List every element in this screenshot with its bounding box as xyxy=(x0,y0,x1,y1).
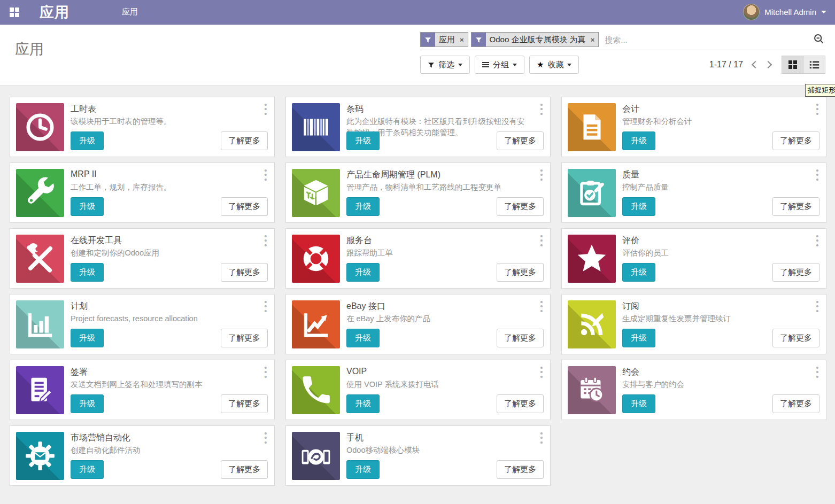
filter-button[interactable]: 筛选 xyxy=(420,56,470,74)
kebab-menu-icon[interactable]: ••• xyxy=(262,168,269,182)
learn-more-button[interactable]: 了解更多 xyxy=(221,263,268,282)
app-title: 产品生命周期管理 (PLM) xyxy=(346,169,464,181)
upgrade-button[interactable]: 升级 xyxy=(71,329,104,347)
app-card: 在线开发工具 创建和定制你的Odoo应用 ••• 升级 了解更多 xyxy=(10,228,275,289)
user-avatar xyxy=(743,4,760,20)
app-card: 会计 管理财务和分析会计 ••• 升级 了解更多 xyxy=(561,97,826,157)
upgrade-button[interactable]: 升级 xyxy=(71,131,104,150)
kebab-menu-icon[interactable]: ••• xyxy=(814,300,821,313)
upgrade-button[interactable]: 升级 xyxy=(346,329,380,347)
upgrade-button[interactable]: 升级 xyxy=(71,460,104,479)
upgrade-button[interactable]: 升级 xyxy=(622,329,655,347)
gear-mail-icon xyxy=(16,432,64,480)
learn-more-button[interactable]: 了解更多 xyxy=(221,460,268,479)
app-title: 会计 xyxy=(622,104,663,115)
menu-item-apps[interactable]: 应用 xyxy=(122,7,138,17)
sign-document-icon xyxy=(16,366,64,414)
app-description: 创建和定制你的Odoo应用 xyxy=(71,247,253,259)
page-title: 应用 xyxy=(15,40,44,79)
kebab-menu-icon[interactable]: ••• xyxy=(538,431,545,445)
kebab-menu-icon[interactable]: ••• xyxy=(262,431,269,445)
upgrade-button[interactable]: 升级 xyxy=(346,394,380,413)
learn-more-button[interactable]: 了解更多 xyxy=(497,263,544,282)
app-description: 在 eBay 上发布你的产品 xyxy=(346,313,529,324)
kebab-menu-icon[interactable]: ••• xyxy=(262,366,269,379)
learn-more-button[interactable]: 了解更多 xyxy=(772,394,819,413)
kebab-menu-icon[interactable]: ••• xyxy=(814,168,821,182)
pager-range: 1-17 / 17 xyxy=(709,60,743,69)
funnel-icon xyxy=(421,33,435,46)
learn-more-button[interactable]: 了解更多 xyxy=(221,131,268,150)
kebab-menu-icon[interactable]: ••• xyxy=(538,103,545,116)
user-menu[interactable]: Mitchell Admin xyxy=(743,4,826,20)
upgrade-button[interactable]: 升级 xyxy=(71,197,104,216)
app-card: eBay 接口 在 eBay 上发布你的产品 ••• 升级 了解更多 xyxy=(285,294,551,354)
kebab-menu-icon[interactable]: ••• xyxy=(814,234,821,247)
kebab-menu-icon[interactable]: ••• xyxy=(814,103,821,116)
pager-next-button[interactable] xyxy=(764,61,772,68)
app-description: 控制产品质量 xyxy=(622,182,805,193)
pager-prev-button[interactable] xyxy=(752,61,759,68)
app-title: 服务台 xyxy=(346,235,396,246)
app-description: 评估你的员工 xyxy=(622,247,805,259)
star-icon xyxy=(568,235,616,283)
app-card: 服务台 跟踪帮助工单 ••• 升级 了解更多 xyxy=(285,228,551,289)
upgrade-button[interactable]: 升级 xyxy=(622,394,655,413)
facet-label: 应用 xyxy=(435,33,459,46)
facet-label: Odoo 企业版专属模块 为真 xyxy=(486,33,590,46)
learn-more-button[interactable]: 了解更多 xyxy=(772,131,819,150)
kebab-menu-icon[interactable]: ••• xyxy=(538,300,545,313)
learn-more-button[interactable]: 了解更多 xyxy=(772,263,819,282)
upgrade-button[interactable]: 升级 xyxy=(346,460,380,479)
kebab-menu-icon[interactable]: ••• xyxy=(538,234,545,247)
learn-more-button[interactable]: 了解更多 xyxy=(221,394,268,413)
app-description: 使用 VOIP 系统来拨打电话 xyxy=(346,379,529,390)
search-input[interactable] xyxy=(601,33,812,46)
learn-more-button[interactable]: 了解更多 xyxy=(772,329,819,347)
app-card: 评价 评估你的员工 ••• 升级 了解更多 xyxy=(561,228,826,289)
kebab-menu-icon[interactable]: ••• xyxy=(262,234,269,247)
app-card: 市场营销自动化 创建自动化邮件活动 ••• 升级 了解更多 xyxy=(10,425,275,486)
upgrade-button[interactable]: 升级 xyxy=(622,197,655,216)
kanban-view-button[interactable] xyxy=(782,56,803,74)
facet-remove-icon[interactable]: × xyxy=(590,33,599,46)
app-title: VOIP xyxy=(346,367,390,376)
upgrade-button[interactable]: 升级 xyxy=(346,197,380,216)
app-description: 安排与客户的约会 xyxy=(622,379,805,390)
kebab-menu-icon[interactable]: ••• xyxy=(538,366,545,379)
learn-more-button[interactable]: 了解更多 xyxy=(497,329,544,347)
kebab-menu-icon[interactable]: ••• xyxy=(262,300,269,313)
app-card-grid: 工时表 该模块用于工时表的管理等。 ••• 升级 了解更多 条码 此为企业版特有… xyxy=(0,86,835,486)
group-by-button[interactable]: 分组 xyxy=(475,56,524,74)
app-card: 签署 发送文档到网上签名和处理填写的副本 ••• 升级 了解更多 xyxy=(10,360,275,420)
learn-more-button[interactable]: 了解更多 xyxy=(497,197,544,216)
upgrade-button[interactable]: 升级 xyxy=(622,131,655,150)
learn-more-button[interactable]: 了解更多 xyxy=(221,197,268,216)
app-description: Odoo移动端核心模块 xyxy=(346,445,529,456)
learn-more-button[interactable]: 了解更多 xyxy=(221,329,268,347)
app-card: MRP II 工作工单，规划，库存报告。 ••• 升级 了解更多 xyxy=(10,162,275,223)
clock-icon xyxy=(16,103,64,151)
upgrade-button[interactable]: 升级 xyxy=(71,263,104,282)
app-title: eBay 接口 xyxy=(346,301,409,312)
upgrade-button[interactable]: 升级 xyxy=(622,263,655,282)
kebab-menu-icon[interactable]: ••• xyxy=(538,168,545,182)
favorites-button[interactable]: ★ 收藏 xyxy=(529,56,579,74)
upgrade-button[interactable]: 升级 xyxy=(71,394,104,413)
learn-more-button[interactable]: 了解更多 xyxy=(497,131,544,150)
app-title: 质量 xyxy=(622,169,663,181)
facet-remove-icon[interactable]: × xyxy=(459,33,468,46)
upgrade-button[interactable]: 升级 xyxy=(346,263,380,282)
learn-more-button[interactable]: 了解更多 xyxy=(497,394,544,413)
kebab-menu-icon[interactable]: ••• xyxy=(814,366,821,379)
learn-more-button[interactable]: 了解更多 xyxy=(497,460,544,479)
list-view-button[interactable] xyxy=(803,56,825,74)
app-card: VOIP 使用 VOIP 系统来拨打电话 ••• 升级 了解更多 xyxy=(285,360,551,420)
apps-menu-icon[interactable] xyxy=(10,7,19,17)
kebab-menu-icon[interactable]: ••• xyxy=(262,103,269,116)
upgrade-button[interactable]: 升级 xyxy=(346,131,380,150)
learn-more-button[interactable]: 了解更多 xyxy=(772,197,819,216)
search-icon[interactable] xyxy=(812,33,825,46)
app-title: MRP II xyxy=(71,169,120,179)
line-chart-icon xyxy=(292,300,340,348)
